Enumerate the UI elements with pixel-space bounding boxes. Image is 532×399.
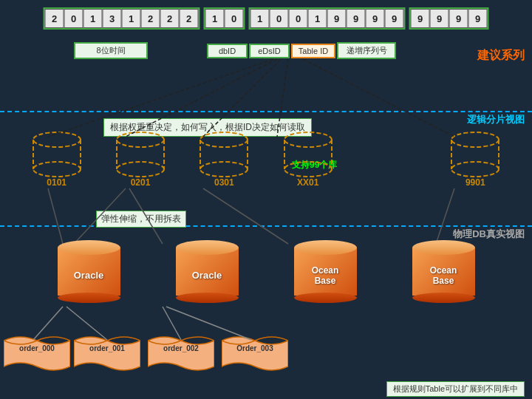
bit-9e: 9 <box>411 9 430 28</box>
svg-point-12 <box>284 132 332 147</box>
phys-db-oracle2-shape: Oracle <box>176 240 239 303</box>
logic-db-0301: 0301 <box>198 129 250 188</box>
group3: 1 0 0 1 9 9 9 9 <box>249 7 406 30</box>
seqno-label: 递增序列号 <box>337 42 396 59</box>
logic-db-0301-label: 0301 <box>214 177 234 188</box>
table-order003-shape <box>222 333 288 374</box>
bit-0c: 0 <box>270 9 289 28</box>
bit-2b: 2 <box>141 9 160 28</box>
bit-9d: 9 <box>385 9 404 28</box>
bit-2c: 2 <box>160 9 180 28</box>
phys-db-oracle1-bottom <box>58 293 120 303</box>
phys-db-ocean2-shape: OceanBase <box>412 240 475 303</box>
bit-1e: 1 <box>205 9 225 28</box>
svg-point-3 <box>33 162 81 177</box>
table-order001: order_001 <box>74 333 140 377</box>
dbid-label: dbID <box>207 44 248 58</box>
svg-point-11 <box>200 162 248 177</box>
elastic-text: 弹性伸缩，不用拆表 <box>96 211 186 228</box>
top-right-label: 建议系列 <box>477 48 525 64</box>
svg-point-16 <box>451 132 499 147</box>
logic-db-0201-label: 0201 <box>131 177 151 188</box>
phys-db-ocean2-top <box>412 240 475 255</box>
bit-3: 3 <box>103 9 122 28</box>
bit-9g: 9 <box>449 9 468 28</box>
bit-1f: 1 <box>250 9 270 28</box>
bit-0: 0 <box>64 9 83 28</box>
phys-db-oracle1-top <box>58 240 120 255</box>
logic-db-9901-label: 9901 <box>466 177 485 188</box>
logic-db-XX01-label: XX01 <box>297 177 318 188</box>
table-order002: order_002 <box>148 333 214 377</box>
phys-db-oracle2-bottom <box>176 293 239 303</box>
bit-9f: 9 <box>430 9 449 28</box>
phys-db-ocean2-bottom <box>412 293 475 303</box>
bit-9b: 9 <box>347 9 366 28</box>
group1: 2 0 1 3 1 2 2 2 <box>44 7 200 30</box>
logic-db-0201: 0201 <box>115 129 166 188</box>
svg-point-7 <box>117 162 164 177</box>
logic-db-XX01-icon <box>282 129 334 181</box>
bit-boxes: 2 0 1 3 1 2 2 2 1 0 1 0 0 1 9 9 9 9 9 9 <box>44 7 489 30</box>
tableid-label: Table ID <box>291 44 335 58</box>
logic-db-0101-label: 0101 <box>47 177 66 188</box>
bit-9a: 9 <box>327 9 347 28</box>
logic-db-0201-icon <box>115 129 166 181</box>
bottom-rule: 根据规则Table可以扩展到不同库中 <box>386 381 525 397</box>
group2: 1 0 <box>204 7 245 30</box>
phys-db-ocean1-top <box>294 240 357 255</box>
logic-db-XX01: XX01 <box>282 129 334 188</box>
svg-point-4 <box>117 132 164 147</box>
logic-db-0101-icon <box>31 129 83 181</box>
logic-layer-label: 逻辑分片视图 <box>467 113 525 126</box>
svg-line-25 <box>48 188 63 244</box>
phys-db-ocean2-label: OceanBase <box>430 265 457 286</box>
phys-db-ocean1-bottom <box>294 293 357 303</box>
logic-divider-mid <box>0 225 532 227</box>
logic-divider-top <box>0 111 532 112</box>
table-order003: Order_003 <box>222 333 288 377</box>
logic-db-0101: 0101 <box>31 129 83 188</box>
physical-layer-label: 物理DB真实视图 <box>453 228 525 241</box>
table-order002-label: order_002 <box>148 344 214 352</box>
logic-db-row: 0101 0201 0301 XX01 <box>0 129 532 188</box>
time-label: 8位时间 <box>74 42 148 59</box>
table-order002-shape <box>148 333 214 374</box>
phys-db-oracle2-top <box>176 240 239 255</box>
bit-0d: 0 <box>289 9 308 28</box>
table-order000: order_000 <box>4 333 70 377</box>
bit-2: 2 <box>45 9 64 28</box>
table-order003-label: Order_003 <box>222 344 288 352</box>
table-order000-shape <box>4 333 70 374</box>
logic-db-9901-icon <box>449 129 501 181</box>
phys-db-oracle1: Oracle <box>58 240 120 303</box>
phys-db-ocean1-shape: OceanBase <box>294 240 357 303</box>
svg-point-8 <box>200 132 248 147</box>
bit-1b: 1 <box>122 9 141 28</box>
phys-db-row: Oracle Oracle OceanBase OceanBase <box>0 240 532 303</box>
phys-db-oracle1-shape: Oracle <box>58 240 120 303</box>
bit-9h: 9 <box>468 9 488 28</box>
bit-labels-row: 8位时间 dbID eDsID Table ID 递增序列号 <box>74 42 458 59</box>
phys-db-oracle2-label: Oracle <box>192 270 222 281</box>
logic-db-0301-icon <box>198 129 250 181</box>
table-order001-shape <box>74 333 140 374</box>
svg-point-15 <box>284 162 332 177</box>
table-order000-label: order_000 <box>4 344 70 352</box>
bit-2d: 2 <box>180 9 199 28</box>
group4: 9 9 9 9 <box>409 7 489 30</box>
bit-1: 1 <box>83 9 103 28</box>
phys-db-oracle1-label: Oracle <box>74 270 103 281</box>
svg-point-0 <box>33 132 81 147</box>
phys-db-ocean1-label: OceanBase <box>312 265 339 286</box>
bit-1g: 1 <box>308 9 327 28</box>
logic-db-9901: 9901 <box>449 129 501 188</box>
edsid-label: eDsID <box>249 44 290 58</box>
top-area: 2 0 1 3 1 2 2 2 1 0 1 0 0 1 9 9 9 9 9 9 <box>0 4 532 85</box>
bit-0b: 0 <box>225 9 244 28</box>
svg-line-28 <box>203 188 288 244</box>
bit-9c: 9 <box>366 9 385 28</box>
phys-db-oracle2: Oracle <box>176 240 239 303</box>
phys-db-ocean2: OceanBase <box>412 240 475 303</box>
table-order001-label: order_001 <box>74 344 140 352</box>
